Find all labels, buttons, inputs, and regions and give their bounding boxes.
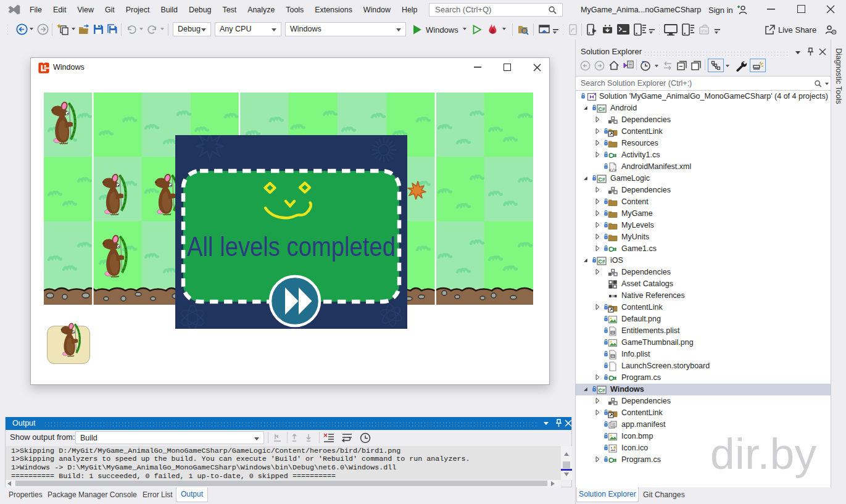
svg-text:IPA: IPA — [701, 29, 708, 33]
svg-text:All levels completed: All levels completed — [187, 231, 396, 262]
